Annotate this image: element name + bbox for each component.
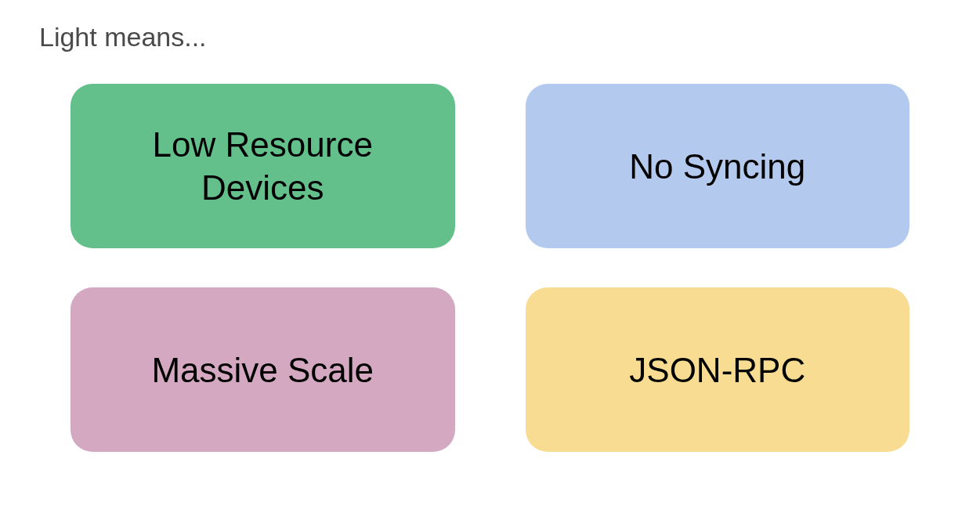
card-label: Low Resource Devices <box>102 123 424 209</box>
card-low-resource-devices: Low Resource Devices <box>71 84 455 248</box>
card-grid: Low Resource Devices No Syncing Massive … <box>39 84 941 452</box>
card-label: Massive Scale <box>151 348 374 392</box>
card-no-syncing: No Syncing <box>526 84 910 248</box>
card-label: No Syncing <box>629 145 805 188</box>
slide-title: Light means... <box>39 22 941 52</box>
card-label: JSON-RPC <box>629 348 805 392</box>
card-json-rpc: JSON-RPC <box>526 287 910 452</box>
card-massive-scale: Massive Scale <box>71 287 455 452</box>
